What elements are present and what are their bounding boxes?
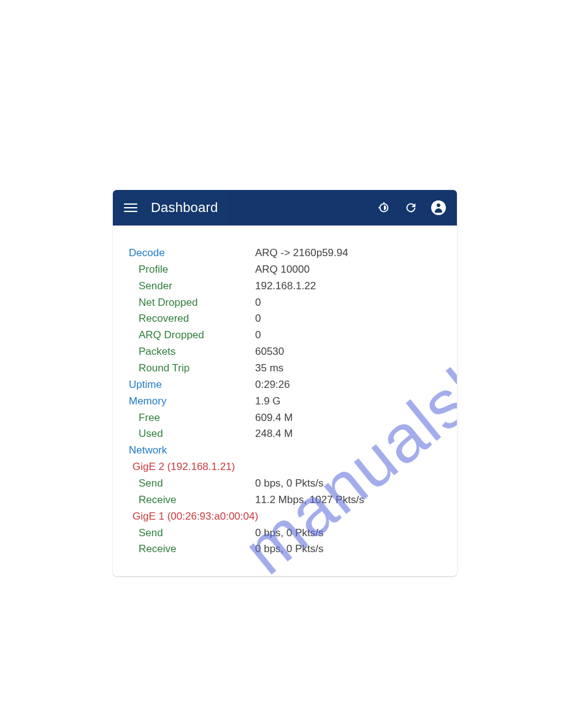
memory-free-label: Free bbox=[129, 410, 255, 427]
packets-row: Packets 60530 bbox=[129, 344, 441, 360]
uptime-label: Uptime bbox=[129, 377, 255, 393]
arq-dropped-row: ARQ Dropped 0 bbox=[129, 327, 441, 344]
network-if2-receive-value: 0 bps, 0 Pkts/s bbox=[255, 541, 441, 558]
network-label: Network bbox=[129, 442, 255, 459]
toolbar-actions bbox=[377, 200, 446, 215]
round-trip-label: Round Trip bbox=[129, 360, 255, 377]
menu-icon[interactable] bbox=[124, 201, 137, 214]
network-if1-receive-row: Receive 11.2 Mbps, 1027 Pkts/s bbox=[129, 492, 441, 509]
recovered-row: Recovered 0 bbox=[129, 311, 441, 327]
decode-label: Decode bbox=[129, 245, 255, 262]
round-trip-row: Round Trip 35 ms bbox=[129, 360, 441, 377]
profile-row: Profile ARQ 10000 bbox=[129, 262, 441, 278]
network-if1-send-value: 0 bps, 0 Pkts/s bbox=[255, 476, 441, 492]
network-if2-receive-row: Receive 0 bps, 0 Pkts/s bbox=[129, 541, 441, 558]
packets-label: Packets bbox=[129, 344, 255, 360]
network-if2-send-label: Send bbox=[129, 525, 255, 542]
theme-toggle-icon[interactable] bbox=[377, 201, 391, 214]
uptime-value: 0:29:26 bbox=[255, 377, 441, 393]
network-if2-receive-label: Receive bbox=[129, 541, 255, 558]
network-if2-send-row: Send 0 bps, 0 Pkts/s bbox=[129, 525, 441, 542]
dashboard-content: Decode ARQ -> 2160p59.94 Profile ARQ 100… bbox=[113, 226, 457, 576]
memory-used-label: Used bbox=[129, 426, 255, 442]
decode-row: Decode ARQ -> 2160p59.94 bbox=[129, 245, 441, 262]
recovered-label: Recovered bbox=[129, 311, 255, 327]
net-dropped-row: Net Dropped 0 bbox=[129, 295, 441, 311]
network-row: Network bbox=[129, 442, 441, 459]
sender-row: Sender 192.168.1.22 bbox=[129, 278, 441, 295]
decode-value: ARQ -> 2160p59.94 bbox=[255, 245, 441, 262]
sender-label: Sender bbox=[129, 278, 255, 295]
memory-free-value: 609.4 M bbox=[255, 410, 441, 427]
packets-value: 60530 bbox=[255, 344, 441, 360]
network-if2-title-row: GigE 1 (00:26:93:a0:00:04) bbox=[129, 509, 441, 525]
net-dropped-value: 0 bbox=[255, 295, 441, 311]
arq-dropped-value: 0 bbox=[255, 327, 441, 344]
memory-label: Memory bbox=[129, 393, 255, 410]
memory-value: 1.9 G bbox=[255, 393, 441, 410]
memory-row: Memory 1.9 G bbox=[129, 393, 441, 410]
memory-used-value: 248.4 M bbox=[255, 426, 441, 442]
round-trip-value: 35 ms bbox=[255, 360, 441, 377]
network-if2-send-value: 0 bps, 0 Pkts/s bbox=[255, 525, 441, 542]
network-if1-receive-label: Receive bbox=[129, 492, 255, 509]
page-title: Dashboard bbox=[151, 200, 377, 216]
network-if1-send-label: Send bbox=[129, 476, 255, 492]
sender-value: 192.168.1.22 bbox=[255, 278, 441, 295]
app-toolbar: Dashboard bbox=[113, 190, 457, 226]
profile-label: Profile bbox=[129, 262, 255, 278]
uptime-row: Uptime 0:29:26 bbox=[129, 377, 441, 393]
recovered-value: 0 bbox=[255, 311, 441, 327]
memory-free-row: Free 609.4 M bbox=[129, 410, 441, 427]
arq-dropped-label: ARQ Dropped bbox=[129, 327, 255, 344]
memory-used-row: Used 248.4 M bbox=[129, 426, 441, 442]
network-if1-title-row: GigE 2 (192.168.1.21) bbox=[129, 459, 441, 476]
network-if1-title: GigE 2 (192.168.1.21) bbox=[129, 459, 441, 476]
net-dropped-label: Net Dropped bbox=[129, 295, 255, 311]
network-if1-receive-value: 11.2 Mbps, 1027 Pkts/s bbox=[255, 492, 441, 509]
dashboard-panel: Dashboard Decode ARQ -> 2160p59.94 Profi… bbox=[113, 190, 457, 576]
network-if1-send-row: Send 0 bps, 0 Pkts/s bbox=[129, 476, 441, 492]
network-value bbox=[255, 442, 441, 459]
refresh-icon[interactable] bbox=[404, 201, 418, 214]
account-icon[interactable] bbox=[431, 200, 446, 215]
profile-value: ARQ 10000 bbox=[255, 262, 441, 278]
network-if2-title: GigE 1 (00:26:93:a0:00:04) bbox=[129, 509, 441, 525]
